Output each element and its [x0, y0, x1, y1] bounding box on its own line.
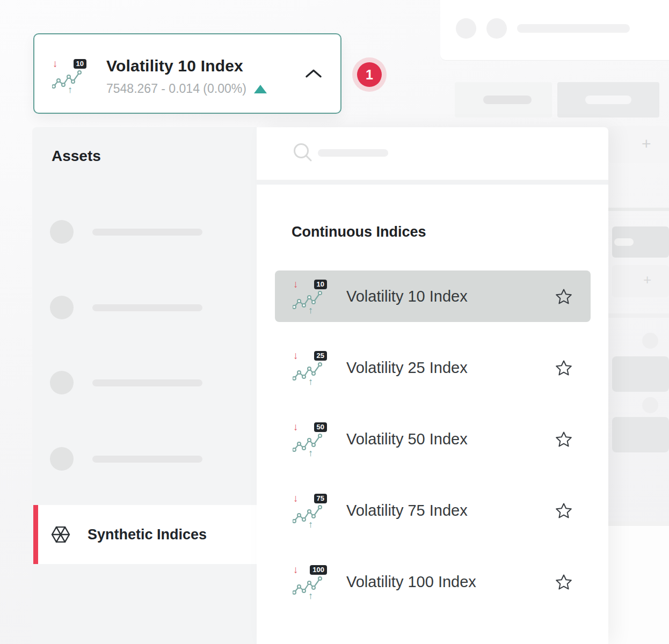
quote-row: 7548.267 - 0.014 (0.00%)	[106, 82, 267, 96]
skeleton-circle	[642, 397, 658, 413]
sparkline-icon	[293, 289, 323, 310]
skeleton-bar	[517, 24, 630, 33]
asset-list-item[interactable]: ↓ 100 ↑ Volatility 100 Index	[275, 556, 591, 608]
category-skeleton-row	[50, 447, 232, 471]
skeleton-circle	[50, 447, 74, 471]
sidebar-item-synthetic-indices[interactable]: Synthetic Indices	[38, 505, 257, 564]
asset-list-item[interactable]: ↓ 10 ↑ Volatility 10 Index	[275, 270, 591, 322]
quote-text: 7548.267 - 0.014 (0.00%)	[106, 82, 246, 96]
asset-chart-icon: ↓ 100 ↑	[293, 565, 327, 598]
category-skeleton-row	[50, 296, 232, 319]
category-label: Synthetic Indices	[88, 526, 207, 543]
skeleton-bar	[614, 238, 634, 246]
down-arrow-icon: ↓	[293, 493, 299, 504]
category-skeleton-row	[50, 220, 232, 244]
skeleton-bar	[92, 229, 202, 236]
background-header-card	[440, 0, 669, 60]
hexagon-icon	[50, 524, 71, 545]
notification-badge: 1	[352, 57, 387, 92]
skeleton-circle	[50, 371, 74, 394]
asset-number-badge: 50	[314, 422, 327, 432]
background-add-card: +	[612, 265, 669, 297]
selected-asset-card[interactable]: ↓ 10 ↑ Volatility 10 Index 7548.267 - 0.…	[33, 33, 341, 114]
background-divider	[608, 313, 669, 318]
down-arrow-icon: ↓	[293, 564, 299, 576]
skeleton-bar	[483, 96, 532, 104]
background-divider	[608, 208, 669, 211]
asset-label: Volatility 25 Index	[346, 359, 468, 377]
skeleton-avatar	[456, 18, 476, 39]
background-panel	[608, 526, 669, 644]
asset-chart-icon: ↓ 75 ↑	[293, 494, 327, 527]
asset-number-badge: 75	[314, 494, 327, 503]
sparkline-icon	[52, 69, 82, 89]
asset-label: Volatility 75 Index	[346, 502, 468, 519]
up-arrow-icon: ↑	[308, 376, 313, 387]
sparkline-icon	[293, 432, 323, 452]
background-card	[612, 226, 669, 258]
search-icon	[293, 143, 314, 163]
up-arrow-icon: ↑	[308, 448, 313, 459]
star-icon[interactable]	[555, 431, 572, 448]
asset-chart-icon: ↓ 10 ↑	[52, 59, 86, 92]
background-card	[612, 356, 669, 392]
background-tab	[557, 82, 659, 118]
skeleton-avatar	[486, 18, 507, 39]
skeleton-bar	[92, 304, 202, 311]
assets-panel-title: Assets	[52, 148, 101, 165]
down-arrow-icon: ↓	[293, 421, 299, 433]
up-arrow-icon: ↑	[68, 84, 72, 96]
asset-label: Volatility 50 Index	[346, 430, 468, 448]
skeleton-circle	[50, 296, 74, 319]
search-input[interactable]	[257, 127, 608, 180]
skeleton-bar	[92, 379, 202, 386]
background-divider	[608, 522, 669, 526]
asset-chart-icon: ↓ 25 ↑	[293, 351, 327, 384]
divider	[257, 180, 608, 185]
asset-list-item[interactable]: ↓ 75 ↑ Volatility 75 Index	[275, 485, 591, 536]
section-title: Continuous Indices	[292, 224, 426, 240]
asset-chart-icon: ↓ 50 ↑	[293, 422, 327, 456]
asset-chart-icon: ↓ 10 ↑	[293, 280, 327, 313]
down-arrow-icon: ↓	[293, 350, 299, 362]
sparkline-icon	[293, 575, 323, 595]
selected-asset-title: Volatility 10 Index	[106, 57, 243, 75]
chevron-up-icon[interactable]	[305, 69, 322, 78]
asset-label: Volatility 10 Index	[346, 288, 468, 305]
skeleton-bar	[92, 456, 202, 463]
notification-count: 1	[357, 62, 382, 87]
asset-number-badge: 25	[314, 351, 327, 361]
star-icon[interactable]	[555, 360, 572, 376]
asset-number-badge: 10	[314, 280, 327, 289]
star-icon[interactable]	[555, 288, 572, 305]
asset-picker-screen: + + Assets	[0, 0, 669, 644]
search-placeholder-skeleton	[318, 149, 388, 157]
down-arrow-icon: ↓	[293, 279, 299, 290]
plus-icon: +	[642, 136, 651, 152]
up-arrow-icon: ↑	[308, 590, 313, 602]
asset-number-badge: 10	[74, 59, 86, 69]
skeleton-circle	[642, 333, 658, 349]
asset-list-item[interactable]: ↓ 50 ↑ Volatility 50 Index	[275, 413, 591, 465]
sparkline-icon	[293, 503, 323, 524]
star-icon[interactable]	[555, 502, 572, 519]
background-card	[612, 417, 669, 452]
up-arrow-icon: ↑	[308, 305, 313, 316]
asset-number-badge: 100	[310, 565, 327, 575]
star-icon[interactable]	[555, 574, 572, 590]
skeleton-bar	[585, 96, 631, 104]
up-arrow-icon: ↑	[308, 519, 313, 530]
asset-list-item[interactable]: ↓ 25 ↑ Volatility 25 Index	[275, 342, 591, 393]
triangle-up-icon	[254, 85, 267, 93]
market-list-panel: Continuous Indices ↓ 10 ↑ Volatility 10 …	[257, 127, 608, 644]
sparkline-icon	[293, 361, 323, 381]
assets-sidebar: Assets Syn	[32, 127, 257, 644]
asset-label: Volatility 100 Index	[346, 573, 476, 591]
down-arrow-icon: ↓	[53, 58, 58, 70]
skeleton-circle	[50, 220, 74, 244]
plus-icon: +	[643, 273, 651, 287]
asset-list: ↓ 10 ↑ Volatility 10 Index ↓ 25	[275, 270, 591, 627]
category-skeleton-row	[50, 371, 232, 394]
background-tab	[455, 82, 552, 118]
active-category-accent	[33, 505, 38, 564]
